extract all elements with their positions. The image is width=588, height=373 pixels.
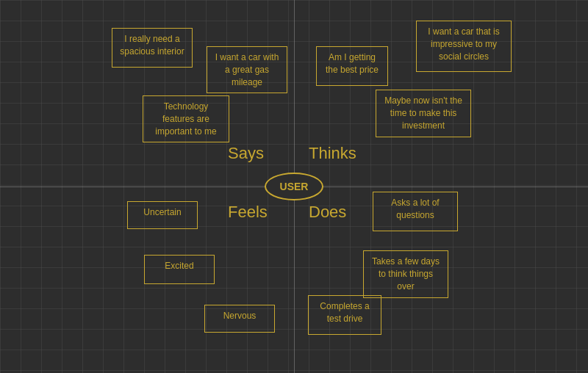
empathy-box-box4: I want a car that is impressive to my so… bbox=[416, 21, 512, 72]
empathy-box-box5: Technology features are important to me bbox=[143, 95, 229, 142]
empathy-box-box7: Uncertain bbox=[127, 201, 198, 229]
empathy-box-box10: Asks a lot of questions bbox=[373, 192, 458, 231]
says-label: Says bbox=[228, 144, 264, 163]
empathy-box-box8: Excited bbox=[144, 255, 215, 284]
does-label: Does bbox=[309, 203, 346, 222]
empathy-box-box12: Completes a test drive bbox=[308, 295, 381, 335]
empathy-box-box9: Nervous bbox=[204, 305, 275, 333]
feels-label: Feels bbox=[228, 203, 268, 222]
user-oval: USER bbox=[265, 173, 323, 200]
empathy-box-box2: I want a car with a great gas mileage bbox=[207, 46, 287, 93]
thinks-label: Thinks bbox=[309, 144, 356, 163]
user-label: USER bbox=[280, 181, 309, 192]
empathy-box-box6: Maybe now isn't the time to make this in… bbox=[376, 90, 471, 137]
empathy-box-box3: Am I getting the best price bbox=[316, 46, 388, 86]
empathy-box-box1: I really need a spacious interior bbox=[112, 28, 193, 68]
empathy-box-box11: Takes a few days to think things over bbox=[363, 250, 448, 298]
